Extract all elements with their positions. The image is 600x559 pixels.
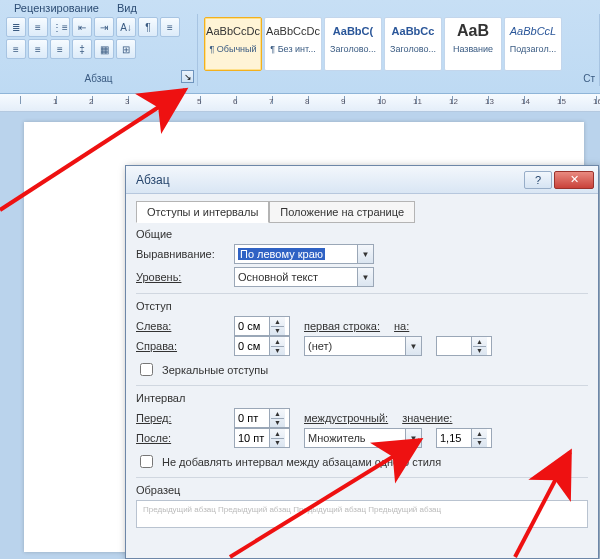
chevron-down-icon[interactable]: ▼ — [357, 245, 373, 263]
show-marks-icon[interactable]: ¶ — [138, 17, 158, 37]
line-spacing-icon[interactable]: ‡ — [72, 39, 92, 59]
right-label: Справа: — [136, 340, 228, 352]
section-general: Общие — [136, 228, 588, 240]
multilevel-icon[interactable]: ⋮≡ — [50, 17, 70, 37]
chevron-down-icon[interactable]: ▼ — [405, 429, 421, 447]
indent-right-spinner[interactable]: ▲▼ — [234, 336, 290, 356]
help-button[interactable]: ? — [524, 171, 552, 189]
ribbon: Рецензирование Вид ≣ ≡ ⋮≡ ⇤ ⇥ A↓ ¶ ≡ ≡ ≡… — [0, 0, 600, 94]
value-label: значение: — [402, 412, 452, 424]
level-combo[interactable]: Основной текст▼ — [234, 267, 374, 287]
mirror-checkbox[interactable]: Зеркальные отступы — [136, 360, 588, 379]
linespacing-value-spinner[interactable]: ▲▼ — [436, 428, 492, 448]
align-right-icon[interactable]: ≡ — [28, 39, 48, 59]
close-button[interactable]: ✕ — [554, 171, 594, 189]
tab-position[interactable]: Положение на странице — [269, 201, 415, 223]
paragraph-dialog: Абзац ? ✕ Отступы и интервалы Положение … — [125, 165, 599, 559]
section-sample: Образец — [136, 484, 588, 496]
level-label: Уровень: — [136, 271, 228, 283]
linespacing-combo[interactable]: Множитель▼ — [304, 428, 422, 448]
left-label: Слева: — [136, 320, 228, 332]
alignment-combo[interactable]: По левому краю▼ — [234, 244, 374, 264]
before-spinner[interactable]: ▲▼ — [234, 408, 290, 428]
before-label: Перед: — [136, 412, 228, 424]
bullets-icon[interactable]: ≣ — [6, 17, 26, 37]
tab-review[interactable]: Рецензирование — [14, 2, 99, 14]
alignment-label: Выравнивание: — [136, 248, 228, 260]
paragraph-group: ≣ ≡ ⋮≡ ⇤ ⇥ A↓ ¶ ≡ ≡ ≡ ≡ ‡ ▦ ⊞ Абзац ↘ — [0, 14, 198, 86]
style-normal[interactable]: AaBbCcDc ¶ Обычный — [204, 17, 262, 71]
firstline-label: первая строка: — [304, 320, 380, 332]
shading-icon[interactable]: ▦ — [94, 39, 114, 59]
sample-preview: Предыдущий абзац Предыдущий абзац Предыд… — [136, 500, 588, 528]
on-label: на: — [394, 320, 409, 332]
ribbon-tabs: Рецензирование Вид — [0, 0, 600, 14]
ruler[interactable]: 12345678910111213141516 — [0, 94, 600, 112]
style-title[interactable]: AaB Название — [444, 17, 502, 71]
paragraph-group-label: Абзац — [0, 73, 197, 84]
styles-group-label: Ст — [583, 73, 595, 84]
firstline-combo[interactable]: (нет)▼ — [304, 336, 422, 356]
styles-group: AaBbCcDc ¶ Обычный AaBbCcDc ¶ Без инт...… — [198, 14, 600, 86]
firstline-value-spinner[interactable]: ▲▼ — [436, 336, 492, 356]
tab-view[interactable]: Вид — [117, 2, 137, 14]
style-heading2[interactable]: AaBbCc Заголово... — [384, 17, 442, 71]
style-heading1[interactable]: AaBbC( Заголово... — [324, 17, 382, 71]
paragraph-dialog-launcher[interactable]: ↘ — [181, 70, 194, 83]
dialog-titlebar[interactable]: Абзац ? ✕ — [126, 166, 598, 194]
section-interval: Интервал — [136, 392, 588, 404]
sort-icon[interactable]: A↓ — [116, 17, 136, 37]
numbering-icon[interactable]: ≡ — [28, 17, 48, 37]
linespacing-label: междустрочный: — [304, 412, 388, 424]
borders-icon[interactable]: ⊞ — [116, 39, 136, 59]
style-nospacing[interactable]: AaBbCcDc ¶ Без инт... — [264, 17, 322, 71]
chevron-down-icon[interactable]: ▼ — [405, 337, 421, 355]
after-spinner[interactable]: ▲▼ — [234, 428, 290, 448]
indent-left-spinner[interactable]: ▲▼ — [234, 316, 290, 336]
align-left-icon[interactable]: ≡ — [160, 17, 180, 37]
justify-icon[interactable]: ≡ — [50, 39, 70, 59]
section-indent: Отступ — [136, 300, 588, 312]
tab-indents[interactable]: Отступы и интервалы — [136, 201, 269, 223]
chevron-down-icon[interactable]: ▼ — [357, 268, 373, 286]
dialog-title: Абзац — [136, 173, 170, 187]
after-label: После: — [136, 432, 228, 444]
decrease-indent-icon[interactable]: ⇤ — [72, 17, 92, 37]
style-subtitle[interactable]: AaBbCcL Подзагол... — [504, 17, 562, 71]
increase-indent-icon[interactable]: ⇥ — [94, 17, 114, 37]
noadd-checkbox[interactable]: Не добавлять интервал между абзацами одн… — [136, 452, 588, 471]
align-center-icon[interactable]: ≡ — [6, 39, 26, 59]
